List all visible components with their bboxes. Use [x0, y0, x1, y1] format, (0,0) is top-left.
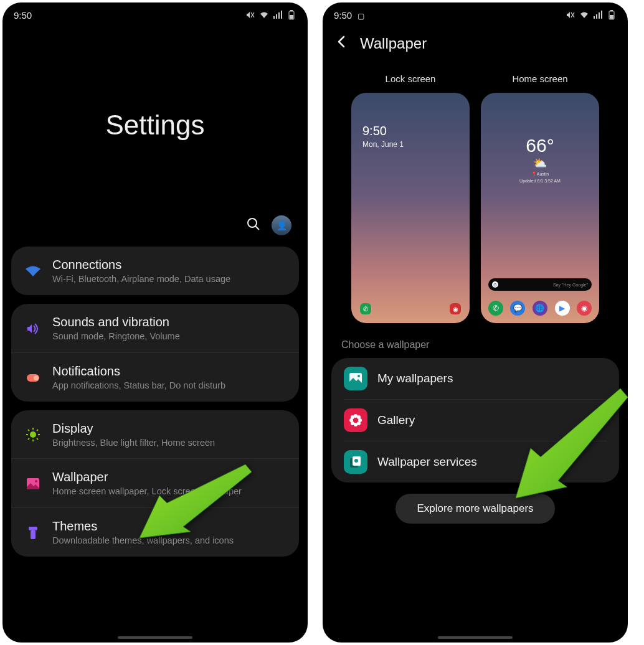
themes-icon	[24, 526, 42, 540]
sound-icon	[24, 322, 42, 335]
mute-icon	[245, 11, 255, 19]
row-sub: Brightness, Blue light filter, Home scre…	[52, 437, 286, 449]
mute-icon	[566, 11, 575, 19]
camera-icon: ◉	[577, 301, 592, 316]
svg-point-42	[351, 415, 354, 419]
settings-row-connections[interactable]: Connections Wi-Fi, Bluetooth, Airplane m…	[11, 247, 299, 295]
preview-label: Home screen	[481, 73, 599, 84]
svg-rect-2	[273, 16, 275, 19]
search-row: 👤	[2, 215, 308, 247]
browser-icon: 🌐	[533, 301, 547, 316]
settings-group: Connections Wi-Fi, Bluetooth, Airplane m…	[11, 247, 299, 295]
row-sub: Sound mode, Ringtone, Volume	[52, 331, 286, 342]
option-title: Wallpaper services	[377, 455, 477, 469]
nav-bar	[118, 636, 192, 639]
row-title: Sounds and vibration	[52, 315, 286, 329]
svg-point-9	[248, 219, 257, 227]
svg-point-49	[354, 459, 358, 463]
svg-rect-32	[601, 11, 602, 19]
page-title: Settings	[2, 22, 308, 215]
screenshot-icon: ▢	[358, 12, 364, 21]
option-title: Gallery	[377, 413, 415, 427]
search-hint: Say "Hey Google"	[553, 283, 588, 287]
play-store-icon: ▶	[555, 301, 570, 316]
svg-rect-5	[281, 11, 282, 19]
svg-rect-35	[610, 15, 613, 19]
signal-icon	[593, 11, 603, 19]
preview-label: Lock screen	[351, 73, 470, 84]
svg-line-18	[28, 430, 29, 431]
svg-line-21	[37, 430, 38, 431]
svg-point-44	[351, 421, 354, 425]
row-title: Display	[52, 421, 286, 436]
notifications-icon	[24, 372, 42, 384]
signal-icon	[273, 11, 283, 19]
status-time: 9:50	[14, 10, 32, 21]
battery-icon	[607, 10, 617, 20]
svg-rect-34	[610, 10, 613, 11]
search-icon[interactable]	[247, 217, 260, 234]
google-icon: G	[492, 281, 498, 288]
lock-time: 9:50	[362, 124, 387, 138]
display-icon	[24, 428, 42, 441]
wallpaper-previews: Lock screen 9:50 Mon, June 1 ✆ ◉ Home sc…	[323, 57, 628, 331]
services-icon	[344, 450, 367, 474]
avatar[interactable]: 👤	[272, 215, 291, 235]
row-sub: App notifications, Status bar, Do not di…	[52, 380, 286, 392]
row-sub: Wi-Fi, Bluetooth, Airplane mode, Data us…	[52, 273, 286, 285]
status-icons	[245, 10, 296, 20]
preview-lock[interactable]: Lock screen 9:50 Mon, June 1 ✆ ◉	[351, 73, 470, 323]
header-title: Wallpaper	[360, 35, 427, 52]
wallpaper-icon	[24, 478, 42, 490]
settings-row-sounds[interactable]: Sounds and vibration Sound mode, Rington…	[11, 304, 299, 352]
annotation-arrow	[140, 464, 252, 542]
preview-home[interactable]: Home screen 66° ⛅ 📍Austin Updated 6/1 3:…	[481, 73, 599, 323]
svg-rect-3	[276, 14, 277, 19]
svg-line-20	[28, 438, 29, 440]
svg-line-10	[255, 226, 259, 230]
svg-point-37	[358, 375, 360, 377]
svg-point-43	[357, 415, 361, 419]
svg-line-19	[37, 438, 38, 440]
status-bar: 9:50	[2, 2, 308, 22]
nav-bar	[438, 636, 513, 639]
weather-icon: ⛅	[481, 156, 599, 170]
status-icons	[566, 10, 617, 20]
home-updated: Updated 6/1 3:52 AM	[481, 179, 599, 183]
lock-date: Mon, June 1	[362, 140, 404, 149]
wifi-icon	[259, 11, 269, 19]
home-temp: 66°	[481, 135, 599, 156]
flower-icon	[344, 408, 367, 432]
lock-screen-preview: 9:50 Mon, June 1 ✆ ◉	[351, 93, 470, 323]
svg-rect-29	[594, 16, 595, 19]
status-bar: 9:50 ▢	[323, 2, 628, 22]
svg-rect-7	[290, 10, 293, 11]
wifi-icon	[24, 265, 42, 278]
camera-icon: ◉	[450, 303, 461, 314]
home-screen-preview: 66° ⛅ 📍Austin Updated 6/1 3:52 AM G Say …	[481, 93, 599, 323]
svg-point-23	[35, 480, 37, 483]
svg-marker-50	[516, 388, 628, 498]
svg-point-46	[354, 418, 358, 422]
svg-point-13	[30, 431, 36, 438]
svg-rect-8	[290, 15, 293, 19]
svg-point-12	[34, 375, 39, 380]
settings-row-notifications[interactable]: Notifications App notifications, Status …	[11, 352, 299, 402]
home-search-bar: G Say "Hey Google"	[488, 278, 592, 291]
picture-icon	[344, 367, 367, 390]
home-dock: ✆ 💬 🌐 ▶ ◉	[481, 301, 599, 316]
option-title: My wallpapers	[377, 372, 453, 385]
settings-group: Sounds and vibration Sound mode, Rington…	[11, 304, 299, 402]
back-button[interactable]	[335, 35, 349, 52]
wifi-icon	[579, 11, 589, 19]
phone-icon: ✆	[360, 303, 371, 314]
phone-icon: ✆	[488, 301, 503, 316]
wallpaper-screen: 9:50 ▢ Wallpaper Lock screen 9:50 Mon, J…	[323, 2, 628, 643]
messages-icon: 💬	[510, 301, 525, 316]
section-label: Choose a wallpaper	[323, 331, 628, 355]
svg-rect-25	[31, 530, 36, 539]
home-location: 📍Austin	[481, 172, 599, 177]
row-title: Connections	[52, 258, 286, 272]
settings-row-display[interactable]: Display Brightness, Blue light filter, H…	[11, 410, 299, 459]
battery-icon	[286, 10, 296, 20]
